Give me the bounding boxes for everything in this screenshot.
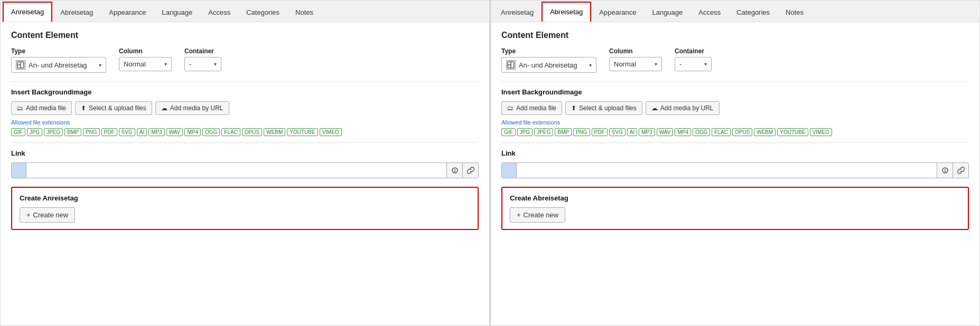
chevron-down-icon: ▾	[99, 62, 101, 68]
link-input[interactable]	[26, 165, 446, 177]
extension-badge: JPG	[517, 128, 533, 136]
type-select[interactable]: An- und Abreisetag ▾	[11, 57, 106, 73]
extension-badge: SVG	[119, 128, 135, 136]
link-input[interactable]	[517, 165, 937, 177]
type-label: Type	[11, 47, 106, 55]
extension-badge: WAV	[657, 128, 674, 136]
tab-access[interactable]: Access	[200, 3, 238, 22]
extension-badge: MP3	[639, 128, 655, 136]
column-select[interactable]: Normal▾	[609, 57, 662, 71]
chevron-down-icon: ▾	[214, 61, 217, 67]
container-select[interactable]: -▾	[675, 57, 712, 71]
extension-badge: GIF	[11, 128, 25, 136]
tab-language[interactable]: Language	[644, 3, 690, 22]
container-label: Container	[675, 47, 712, 55]
extension-badge: FLAC	[712, 128, 731, 136]
tab-access[interactable]: Access	[690, 3, 729, 22]
folder-icon: 🗂	[17, 104, 23, 112]
select-upload-button[interactable]: ⬆Select & upload files	[565, 101, 642, 115]
bg-section-label: Insert Backgroundimage	[501, 88, 969, 96]
layout-icon	[506, 60, 516, 70]
column-group: ColumnNormal▾	[119, 47, 172, 71]
tab-notes[interactable]: Notes	[287, 3, 321, 22]
extension-badge: PDF	[592, 128, 608, 136]
extension-badge: OPUS	[732, 128, 752, 136]
extension-badge: AI	[137, 128, 147, 136]
add-url-button[interactable]: ☁Add media by URL	[155, 101, 229, 115]
chevron-down-icon: ▾	[655, 61, 657, 67]
tab-categories[interactable]: Categories	[238, 3, 287, 22]
link-color-indicator	[502, 163, 517, 178]
tab-notes[interactable]: Notes	[778, 3, 811, 22]
create-new-button[interactable]: +Create new	[510, 207, 565, 223]
tab-anreisetag[interactable]: Anreisetag	[493, 3, 542, 22]
select-upload-button[interactable]: ⬆Select & upload files	[75, 101, 152, 115]
type-label: Type	[501, 47, 596, 55]
tab-abreisetag[interactable]: Abreisetag	[52, 3, 101, 22]
file-extensions-list: GIFJPGJPEGBMPPNGPDFSVGAIMP3WAVMP4OGGFLAC…	[11, 128, 479, 136]
tab-appearance[interactable]: Appearance	[101, 3, 154, 22]
link-label: Link	[11, 149, 479, 157]
panel-body: Content ElementType An- und Abreisetag ▾…	[1, 22, 489, 325]
create-section-title: Create Abreisetag	[510, 194, 960, 202]
extension-badge: OPUS	[242, 128, 262, 136]
tab-abreisetag[interactable]: Abreisetag	[542, 2, 591, 22]
extension-badge: MP4	[675, 128, 691, 136]
chevron-down-icon: ▾	[704, 61, 707, 67]
link-wizard-button[interactable]	[937, 163, 953, 178]
svg-point-5	[454, 171, 455, 172]
divider	[11, 142, 479, 143]
container-select[interactable]: -▾	[184, 57, 221, 71]
extension-badge: MP4	[184, 128, 201, 136]
container-group: Container-▾	[184, 47, 221, 71]
link-wizard-button[interactable]	[446, 163, 462, 178]
extension-badge: VIMEO	[320, 128, 342, 136]
link-icon-button[interactable]	[953, 163, 968, 178]
extension-badge: YOUTUBE	[287, 128, 318, 136]
extension-badge: PNG	[573, 128, 590, 136]
column-group: ColumnNormal▾	[609, 47, 662, 71]
extension-badge: WAV	[166, 128, 183, 136]
extension-badge: SVG	[609, 128, 626, 136]
container-label: Container	[184, 47, 221, 55]
extension-badge: GIF	[501, 128, 516, 136]
tab-categories[interactable]: Categories	[729, 3, 778, 22]
tab-language[interactable]: Language	[154, 3, 200, 22]
column-value: Normal	[614, 60, 651, 68]
upload-icon: ⬆	[571, 104, 576, 112]
extension-badge: YOUTUBE	[777, 128, 808, 136]
tab-appearance[interactable]: Appearance	[591, 3, 644, 22]
upload-icon: ⬆	[81, 104, 86, 112]
add-url-button[interactable]: ☁Add media by URL	[646, 101, 720, 115]
media-buttons: 🗂Add media file⬆Select & upload files☁Ad…	[501, 101, 969, 115]
layout-icon	[16, 60, 25, 70]
add-media-button[interactable]: 🗂Add media file	[501, 101, 562, 115]
type-group: Type An- und Abreisetag ▾	[501, 47, 596, 73]
tab-anreisetag[interactable]: Anreisetag	[3, 2, 52, 22]
link-icon-button[interactable]	[462, 163, 478, 178]
divider	[501, 81, 969, 82]
allowed-extensions-label: Allowed file extensions	[501, 119, 969, 126]
panel-right: AnreisetagAbreisetagAppearanceLanguageAc…	[490, 0, 980, 326]
section-title: Content Element	[501, 31, 969, 40]
plus-icon: +	[517, 211, 521, 219]
link-input-row	[11, 162, 479, 178]
extension-badge: WEBM	[264, 128, 285, 136]
panel-body: Content ElementType An- und Abreisetag ▾…	[491, 22, 979, 325]
panel-left: AnreisetagAbreisetagAppearanceLanguageAc…	[0, 0, 490, 326]
link-section: Link	[501, 149, 969, 178]
add-media-button[interactable]: 🗂Add media file	[11, 101, 72, 115]
column-value: Normal	[124, 60, 161, 68]
create-new-button[interactable]: +Create new	[20, 207, 75, 223]
column-label: Column	[119, 47, 172, 55]
tab-bar: AnreisetagAbreisetagAppearanceLanguageAc…	[1, 1, 489, 22]
type-select[interactable]: An- und Abreisetag ▾	[501, 57, 596, 73]
tab-bar: AnreisetagAbreisetagAppearanceLanguageAc…	[491, 1, 979, 22]
container-value: -	[679, 60, 701, 68]
extension-badge: BMP	[555, 128, 572, 136]
chevron-down-icon: ▾	[589, 62, 592, 68]
column-select[interactable]: Normal▾	[119, 57, 172, 71]
link-label: Link	[501, 149, 969, 157]
extension-badge: AI	[627, 128, 637, 136]
link-color-indicator	[12, 163, 26, 178]
